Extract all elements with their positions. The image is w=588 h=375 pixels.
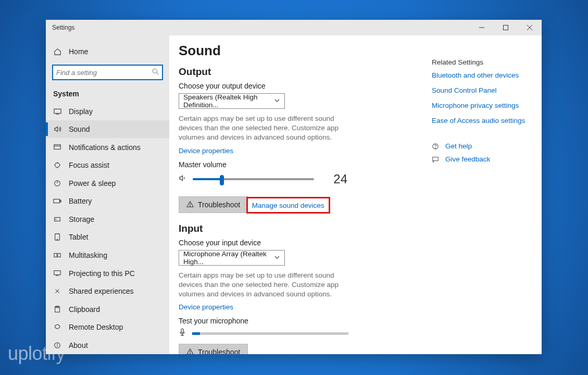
svg-point-26 bbox=[57, 344, 58, 344]
svg-point-10 bbox=[55, 163, 60, 168]
nav-label: Tablet bbox=[69, 233, 88, 241]
warning-icon bbox=[186, 348, 194, 354]
content: Sound Output Choose your output device S… bbox=[169, 35, 440, 354]
nav-sound[interactable]: Sound bbox=[46, 120, 169, 139]
manage-sound-devices-link[interactable]: Manage sound devices bbox=[252, 202, 324, 209]
related-link-sound-control-panel[interactable]: Sound Control Panel bbox=[432, 86, 536, 94]
test-mic-label: Test your microphone bbox=[179, 317, 440, 325]
tablet-icon bbox=[53, 233, 61, 241]
nav-label: Notifications & actions bbox=[69, 143, 141, 152]
settings-window: Settings Home System bbox=[46, 20, 542, 354]
nav-label: Multitasking bbox=[69, 251, 107, 259]
remote-icon bbox=[53, 323, 61, 331]
related-link-ease-of-access[interactable]: Ease of Access audio settings bbox=[432, 117, 536, 124]
volume-slider[interactable] bbox=[193, 178, 314, 180]
microphone-icon bbox=[179, 328, 186, 339]
search-icon bbox=[152, 68, 159, 77]
get-help-link[interactable]: Get help bbox=[432, 142, 536, 150]
svg-rect-29 bbox=[181, 329, 183, 333]
nav-label: Sound bbox=[69, 125, 90, 133]
chevron-down-icon bbox=[274, 97, 280, 105]
home-icon bbox=[53, 48, 61, 56]
about-icon bbox=[53, 342, 61, 349]
nav-label: Storage bbox=[69, 215, 94, 223]
shared-icon bbox=[53, 288, 61, 295]
svg-rect-20 bbox=[58, 254, 60, 257]
nav-focus-assist[interactable]: Focus assist bbox=[46, 156, 169, 174]
clipboard-icon bbox=[53, 306, 61, 313]
svg-rect-1 bbox=[504, 26, 508, 30]
sidebar: Home System Display Sound Notifications … bbox=[46, 35, 169, 354]
feedback-icon bbox=[432, 156, 440, 163]
give-feedback-label: Give feedback bbox=[445, 155, 490, 163]
nav-multitasking[interactable]: Multitasking bbox=[46, 246, 169, 265]
volume-icon bbox=[179, 174, 186, 184]
input-choose-label: Choose your input device bbox=[179, 239, 440, 247]
battery-icon bbox=[53, 198, 61, 204]
nav-label: Battery bbox=[69, 197, 92, 205]
input-device-combo[interactable]: Microphone Array (Realtek High... bbox=[179, 250, 285, 266]
nav-label: Power & sleep bbox=[69, 179, 116, 188]
svg-rect-36 bbox=[433, 157, 439, 160]
input-heading: Input bbox=[179, 223, 440, 234]
help-icon bbox=[432, 143, 440, 150]
svg-rect-19 bbox=[54, 254, 57, 257]
output-device-properties-link[interactable]: Device properties bbox=[179, 147, 233, 155]
output-troubleshoot-button[interactable]: Troubleshoot bbox=[179, 196, 248, 213]
svg-rect-13 bbox=[54, 199, 60, 203]
nav-clipboard[interactable]: Clipboard bbox=[46, 300, 169, 318]
nav-label: Shared experiences bbox=[69, 287, 134, 295]
nav-notifications[interactable]: Notifications & actions bbox=[46, 138, 169, 156]
svg-point-18 bbox=[57, 239, 58, 240]
maximize-button[interactable] bbox=[494, 20, 518, 35]
give-feedback-link[interactable]: Give feedback bbox=[432, 155, 536, 163]
nav-display[interactable]: Display bbox=[46, 102, 169, 120]
nav-battery[interactable]: Battery bbox=[46, 192, 169, 210]
focus-assist-icon bbox=[53, 161, 61, 169]
related-settings-heading: Related Settings bbox=[432, 58, 536, 66]
multitasking-icon bbox=[53, 252, 61, 259]
svg-rect-15 bbox=[55, 217, 60, 221]
output-device-combo[interactable]: Speakers (Realtek High Definition... bbox=[179, 93, 285, 109]
nav-about[interactable]: About bbox=[46, 336, 169, 354]
nav-label: Display bbox=[69, 107, 93, 116]
sound-icon bbox=[53, 126, 61, 133]
nav-home-label: Home bbox=[69, 47, 88, 56]
nav-tablet[interactable]: Tablet bbox=[46, 228, 169, 246]
master-volume-label: Master volume bbox=[179, 160, 440, 169]
output-choose-label: Choose your output device bbox=[179, 82, 440, 90]
volume-value: 24 bbox=[320, 172, 351, 186]
minimize-button[interactable] bbox=[470, 20, 494, 35]
storage-icon bbox=[53, 216, 61, 223]
nav-label: Focus assist bbox=[69, 161, 109, 169]
output-desc: Certain apps may be set up to use differ… bbox=[179, 114, 356, 143]
input-troubleshoot-button[interactable]: Troubleshoot bbox=[179, 344, 248, 354]
nav-label: Remote Desktop bbox=[69, 323, 123, 331]
nav-shared-experiences[interactable]: Shared experiences bbox=[46, 282, 169, 301]
nav-label: Projecting to this PC bbox=[69, 269, 135, 278]
nav-power-sleep[interactable]: Power & sleep bbox=[46, 174, 169, 193]
related-link-bluetooth[interactable]: Bluetooth and other devices bbox=[432, 71, 536, 79]
input-device-properties-link[interactable]: Device properties bbox=[179, 303, 233, 311]
nav-remote-desktop[interactable]: Remote Desktop bbox=[46, 318, 169, 336]
chevron-down-icon bbox=[274, 254, 280, 262]
nav-storage[interactable]: Storage bbox=[46, 210, 169, 229]
warning-icon bbox=[186, 201, 194, 209]
nav-projecting[interactable]: Projecting to this PC bbox=[46, 264, 169, 282]
nav-heading: System bbox=[46, 80, 169, 102]
projecting-icon bbox=[53, 270, 61, 277]
window-title: Settings bbox=[46, 24, 470, 31]
input-troubleshoot-label: Troubleshoot bbox=[198, 348, 240, 354]
svg-rect-21 bbox=[54, 270, 60, 274]
close-button[interactable] bbox=[518, 20, 542, 35]
svg-line-5 bbox=[157, 73, 159, 75]
related-link-mic-privacy[interactable]: Microphone privacy settings bbox=[432, 102, 536, 109]
titlebar: Settings bbox=[46, 20, 542, 35]
input-desc: Certain apps may be set up to use differ… bbox=[179, 271, 356, 299]
svg-point-28 bbox=[190, 206, 191, 206]
nav-home[interactable]: Home bbox=[46, 42, 169, 61]
search-input[interactable] bbox=[52, 65, 163, 80]
svg-point-35 bbox=[435, 148, 436, 148]
svg-rect-8 bbox=[54, 144, 60, 149]
output-heading: Output bbox=[179, 66, 440, 78]
